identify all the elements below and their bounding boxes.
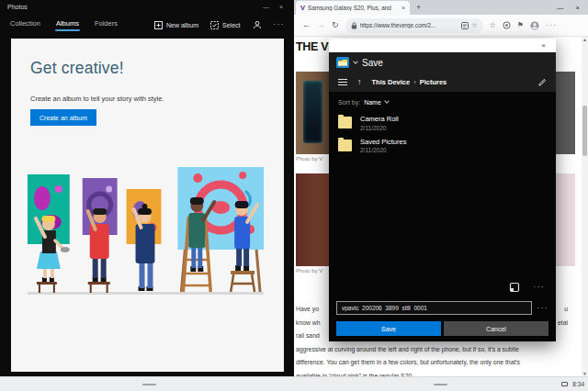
breadcrumb-separator: ›: [413, 78, 416, 86]
browser-toolbar: ← → ↻ https://www.theverge.com/2... ☆ ☆ …: [294, 15, 588, 37]
lock-icon: [351, 22, 357, 29]
browser-tab[interactable]: V Samsung Galaxy S20, Plus, and ×: [296, 1, 410, 15]
photos-titlebar: Photos — ×: [0, 0, 294, 13]
select-icon: [210, 21, 219, 29]
menu-icon[interactable]: [338, 79, 347, 80]
clock[interactable]: 8:34: [572, 381, 584, 387]
status-icon[interactable]: [561, 382, 568, 386]
photos-content-panel: Get creative! Create an album to tell yo…: [11, 39, 284, 372]
save-dialog: × Save ↑ This Device › Pictures Sort by:…: [329, 39, 556, 341]
cancel-button[interactable]: Cancel: [444, 321, 548, 336]
folder-icon: [338, 140, 352, 151]
photos-window: Photos — × Collection Albums Folders New…: [0, 0, 294, 376]
dialog-footer-icons: ···: [336, 278, 548, 301]
back-icon[interactable]: ←: [302, 21, 311, 29]
article-line: aggressive at curving around the left an…: [296, 343, 568, 357]
tab-collection[interactable]: Collection: [9, 16, 41, 34]
add-favorite-star-icon[interactable]: ☆: [471, 22, 477, 28]
dialog-titlebar: ×: [329, 39, 556, 52]
tab-title: Samsung Galaxy S20, Plus, and: [308, 5, 399, 11]
dialog-header: Save: [329, 52, 556, 73]
folder-date: 2/11/2020: [360, 125, 399, 131]
system-tray: 8:34: [561, 377, 584, 391]
folder-item-saved-pictures[interactable]: Saved Pictures 2/11/2020: [336, 135, 548, 158]
photos-more-icon[interactable]: ···: [274, 21, 286, 28]
sort-by-label: Sort by:: [338, 99, 360, 106]
device-icon[interactable]: [509, 282, 520, 293]
minimize-icon[interactable]: —: [263, 4, 269, 10]
up-level-icon[interactable]: ↑: [357, 78, 362, 86]
folder-name: Saved Pictures: [360, 138, 406, 146]
browser-close-icon[interactable]: ×: [576, 4, 580, 12]
folder-name: Camera Roll: [360, 115, 399, 123]
photos-tabs: Collection Albums Folders: [9, 16, 119, 34]
breadcrumb: This Device › Pictures: [372, 78, 447, 86]
article-line: know wh: [296, 317, 320, 330]
browser-more-icon[interactable]: ···: [546, 22, 558, 29]
url-text: https://www.theverge.com/2...: [360, 22, 459, 28]
folder-item-camera-roll[interactable]: Camera Roll 2/11/2020: [336, 112, 548, 135]
taskbar-app-indicator-left[interactable]: [142, 384, 156, 385]
dialog-toolbar: ↑ This Device › Pictures: [329, 73, 556, 92]
article-line: etal: [558, 317, 568, 330]
empty-state-heading: Get creative!: [30, 59, 124, 78]
save-button[interactable]: Save: [336, 321, 441, 336]
select-button[interactable]: Select: [210, 21, 240, 29]
verge-favicon: V: [300, 5, 305, 12]
feedback-flag-icon[interactable]: ⚑: [517, 22, 524, 29]
favorites-star-icon[interactable]: ☆: [490, 22, 496, 29]
tab-folders[interactable]: Folders: [94, 16, 119, 34]
create-album-button[interactable]: Create an album: [30, 109, 96, 126]
new-tab-icon[interactable]: +: [416, 3, 421, 12]
dialog-chevron-down-icon[interactable]: [353, 59, 358, 64]
sort-by-value: Name: [364, 99, 381, 106]
tracking-shield-icon[interactable]: [503, 21, 511, 29]
article-line: u: [564, 303, 568, 317]
taskbar-app-indicator-right[interactable]: [434, 384, 447, 385]
painting-people-illustration: [15, 163, 280, 303]
sort-by-control[interactable]: Sort by: Name: [338, 99, 548, 106]
photo-caption-2: Photo by V: [296, 268, 322, 274]
footer-more-icon[interactable]: ···: [534, 284, 546, 291]
edit-pencil-icon[interactable]: [538, 78, 547, 86]
filename-row: ···: [336, 301, 548, 315]
tab-albums[interactable]: Albums: [55, 16, 80, 34]
browser-minimize-icon[interactable]: —: [557, 4, 564, 12]
close-icon[interactable]: ×: [279, 4, 283, 10]
forward-icon: →: [317, 21, 325, 29]
article-line: Have yo: [296, 303, 319, 317]
folder-date: 2/11/2020: [360, 147, 406, 153]
breadcrumb-root[interactable]: This Device: [372, 78, 411, 86]
page-tools-icon[interactable]: [461, 22, 469, 29]
address-bar[interactable]: https://www.theverge.com/2... ☆: [345, 18, 483, 33]
screen: Photos — × Collection Albums Folders New…: [0, 0, 588, 391]
dialog-title: Save: [362, 58, 383, 68]
filename-input[interactable]: [336, 301, 532, 315]
scrollbar-up-icon[interactable]: ▲: [582, 37, 588, 42]
article-line: difference. You can get them in a few co…: [296, 356, 568, 370]
file-explorer-icon: [336, 57, 349, 68]
dialog-close-icon[interactable]: ×: [541, 41, 546, 50]
article-line: rail sand: [296, 330, 320, 343]
empty-state-subtitle: Create an album to tell your story with …: [30, 95, 164, 103]
browser-tabstrip: V Samsung Galaxy S20, Plus, and × + — ×: [294, 0, 588, 15]
scrollbar-thumb[interactable]: [582, 106, 587, 156]
sort-chevron-down-icon: [384, 98, 390, 104]
photo-caption-1: Photo by V: [296, 156, 322, 162]
profile-avatar[interactable]: [530, 21, 539, 30]
new-album-icon: [154, 21, 163, 29]
article-line: available in “cloud pink” is the regular…: [296, 370, 568, 377]
new-album-button[interactable]: New album: [154, 21, 198, 29]
refresh-icon[interactable]: ↻: [332, 21, 339, 29]
page-scrollbar[interactable]: ▲ ▼: [582, 37, 588, 376]
taskbar: 8:34: [0, 376, 588, 391]
dialog-body: Sort by: Name Camera Roll 2/11/2020 Save…: [329, 92, 556, 341]
tab-close-icon[interactable]: ×: [401, 5, 405, 11]
phone-in-photo: [303, 81, 322, 143]
breadcrumb-current[interactable]: Pictures: [420, 78, 447, 86]
filename-more-icon[interactable]: ···: [537, 305, 549, 312]
account-person-icon[interactable]: [253, 20, 262, 29]
photos-app-title: Photos: [7, 4, 263, 10]
folder-icon: [338, 117, 352, 128]
photos-appbar: Collection Albums Folders New album Sele…: [0, 13, 294, 37]
